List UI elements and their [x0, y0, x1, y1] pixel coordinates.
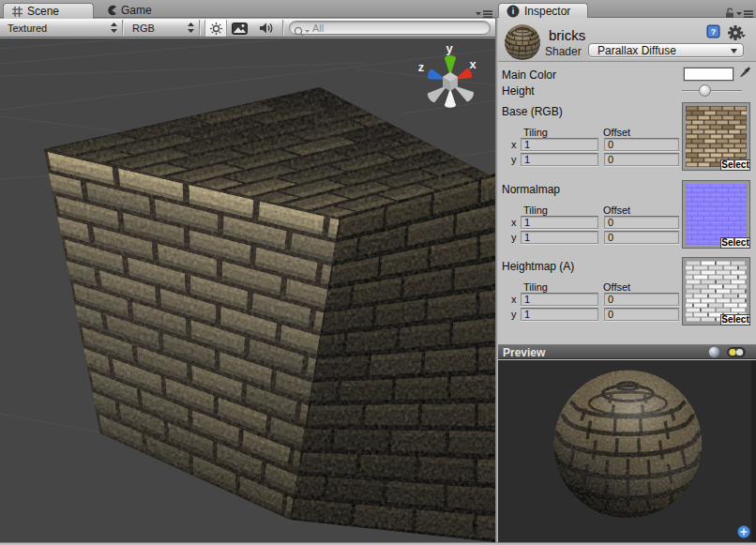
svg-text:x: x	[469, 57, 476, 71]
svg-text:i: i	[512, 7, 515, 16]
svg-text:?: ?	[711, 27, 717, 37]
svg-text:z: z	[418, 60, 425, 74]
svg-text:y: y	[446, 41, 453, 55]
